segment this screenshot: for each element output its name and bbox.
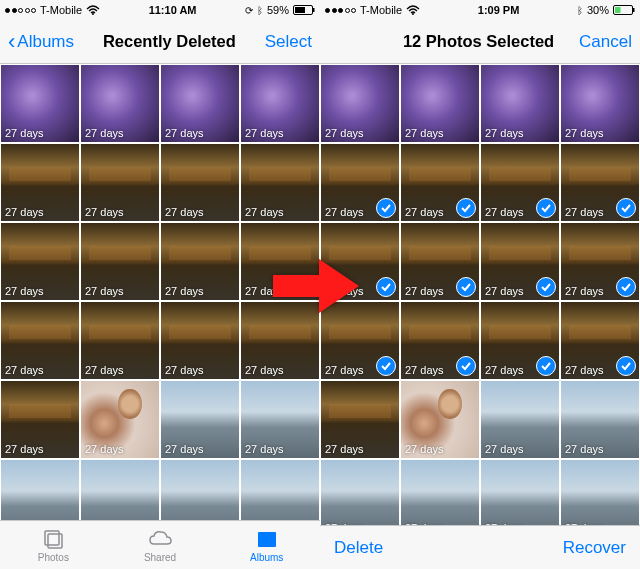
- photo-thumb[interactable]: 27 days: [0, 143, 80, 222]
- check-icon: [536, 277, 556, 297]
- photo-thumb[interactable]: 27 days: [240, 143, 320, 222]
- photo-thumb[interactable]: 27 days: [480, 459, 560, 525]
- days-badge: 27 days: [85, 127, 124, 139]
- days-badge: 27 days: [485, 206, 524, 218]
- photo-thumb[interactable]: 27 days: [240, 380, 320, 459]
- photo-thumb[interactable]: 27 days: [160, 301, 240, 380]
- check-icon: [536, 198, 556, 218]
- days-badge: 27 days: [5, 364, 44, 376]
- check-icon: [616, 356, 636, 376]
- days-badge: 27 days: [405, 522, 444, 525]
- photo-thumb[interactable]: 27 days: [320, 459, 400, 525]
- photo-thumb[interactable]: 27 days: [560, 222, 640, 301]
- photo-thumb[interactable]: 27 days: [80, 380, 160, 459]
- photo-thumb[interactable]: 27 days: [560, 459, 640, 525]
- photo-thumb[interactable]: 27 days: [160, 222, 240, 301]
- photo-thumb[interactable]: 27 days: [560, 143, 640, 222]
- svg-point-7: [412, 13, 414, 15]
- days-badge: 27 days: [565, 443, 604, 455]
- photo-thumb[interactable]: 27 days: [400, 64, 480, 143]
- photo-thumb[interactable]: 27 days: [400, 222, 480, 301]
- cancel-button[interactable]: Cancel: [579, 32, 632, 52]
- days-badge: 27 days: [245, 443, 284, 455]
- check-icon: [376, 356, 396, 376]
- photo-thumb[interactable]: 27 days: [320, 301, 400, 380]
- photo-thumb[interactable]: 27 days: [160, 380, 240, 459]
- select-button[interactable]: Select: [265, 32, 312, 52]
- photo-thumb[interactable]: 27 days: [400, 380, 480, 459]
- photo-thumb[interactable]: 27 days: [320, 380, 400, 459]
- photo-thumb[interactable]: 27 days: [240, 459, 320, 520]
- battery-icon: [613, 5, 635, 15]
- photo-thumb[interactable]: 27 days: [480, 64, 560, 143]
- status-bar: T-Mobile 1:09 PM ᛒ 30%: [320, 0, 640, 20]
- days-badge: 27 days: [5, 206, 44, 218]
- days-badge: 27 days: [85, 443, 124, 455]
- photo-thumb[interactable]: 27 days: [480, 222, 560, 301]
- photo-thumb[interactable]: 27 days: [480, 380, 560, 459]
- check-icon: [376, 198, 396, 218]
- photo-thumb[interactable]: 27 days: [80, 222, 160, 301]
- photo-thumb[interactable]: 27 days: [400, 459, 480, 525]
- recover-button[interactable]: Recover: [563, 538, 626, 558]
- photo-thumb[interactable]: 27 days: [560, 64, 640, 143]
- svg-rect-6: [258, 532, 276, 547]
- clock: 11:10 AM: [149, 4, 197, 16]
- photo-thumb[interactable]: 27 days: [80, 301, 160, 380]
- carrier-label: T-Mobile: [360, 4, 402, 16]
- photo-thumb[interactable]: 27 days: [320, 64, 400, 143]
- photo-thumb[interactable]: 27 days: [0, 64, 80, 143]
- tab-photos[interactable]: Photos: [0, 521, 107, 569]
- photo-thumb[interactable]: 27 days: [80, 459, 160, 520]
- delete-button[interactable]: Delete: [334, 538, 383, 558]
- nav-title: Recently Deleted: [103, 32, 236, 51]
- photo-thumb[interactable]: 27 days: [240, 301, 320, 380]
- tab-label: Albums: [250, 552, 283, 563]
- days-badge: 27 days: [325, 364, 364, 376]
- battery-percent: 59%: [267, 4, 289, 16]
- check-icon: [376, 277, 396, 297]
- photo-thumb[interactable]: 27 days: [400, 143, 480, 222]
- photo-thumb[interactable]: 27 days: [160, 64, 240, 143]
- days-badge: 27 days: [5, 285, 44, 297]
- days-badge: 27 days: [245, 364, 284, 376]
- photo-thumb[interactable]: 27 days: [0, 380, 80, 459]
- days-badge: 27 days: [165, 285, 204, 297]
- photo-thumb[interactable]: 27 days: [560, 380, 640, 459]
- svg-rect-4: [45, 531, 59, 545]
- back-button[interactable]: ‹Albums: [8, 31, 74, 53]
- days-badge: 27 days: [405, 206, 444, 218]
- photo-thumb[interactable]: 27 days: [240, 222, 320, 301]
- tab-albums[interactable]: Albums: [213, 521, 320, 569]
- photo-thumb[interactable]: 27 days: [320, 143, 400, 222]
- days-badge: 27 days: [85, 206, 124, 218]
- photo-thumb[interactable]: 27 days: [240, 64, 320, 143]
- days-badge: 27 days: [485, 285, 524, 297]
- photo-thumb[interactable]: 27 days: [80, 64, 160, 143]
- nav-bar: ‹Albums Recently Deleted Select: [0, 20, 320, 64]
- days-badge: 27 days: [405, 127, 444, 139]
- days-badge: 27 days: [85, 285, 124, 297]
- photo-thumb[interactable]: 27 days: [320, 222, 400, 301]
- days-badge: 27 days: [485, 522, 524, 525]
- photo-thumb[interactable]: 27 days: [80, 143, 160, 222]
- tab-shared[interactable]: Shared: [107, 521, 214, 569]
- days-badge: 27 days: [165, 443, 204, 455]
- days-badge: 27 days: [5, 127, 44, 139]
- photo-thumb[interactable]: 27 days: [560, 301, 640, 380]
- photo-thumb[interactable]: 27 days: [160, 143, 240, 222]
- photo-thumb[interactable]: 27 days: [0, 301, 80, 380]
- days-badge: 27 days: [405, 285, 444, 297]
- phone-after: T-Mobile 1:09 PM ᛒ 30% 12 Photos Selecte…: [320, 0, 640, 569]
- photo-thumb[interactable]: 27 days: [400, 301, 480, 380]
- signal-dots: [325, 8, 356, 13]
- photo-thumb[interactable]: 27 days: [160, 459, 240, 520]
- photo-thumb[interactable]: 27 days: [0, 459, 80, 520]
- bluetooth-icon: ᛒ: [257, 5, 263, 16]
- photo-thumb[interactable]: 27 days: [0, 222, 80, 301]
- photo-thumb[interactable]: 27 days: [480, 143, 560, 222]
- check-icon: [616, 198, 636, 218]
- photo-thumb[interactable]: 27 days: [480, 301, 560, 380]
- days-badge: 27 days: [325, 206, 364, 218]
- svg-rect-2: [295, 7, 305, 13]
